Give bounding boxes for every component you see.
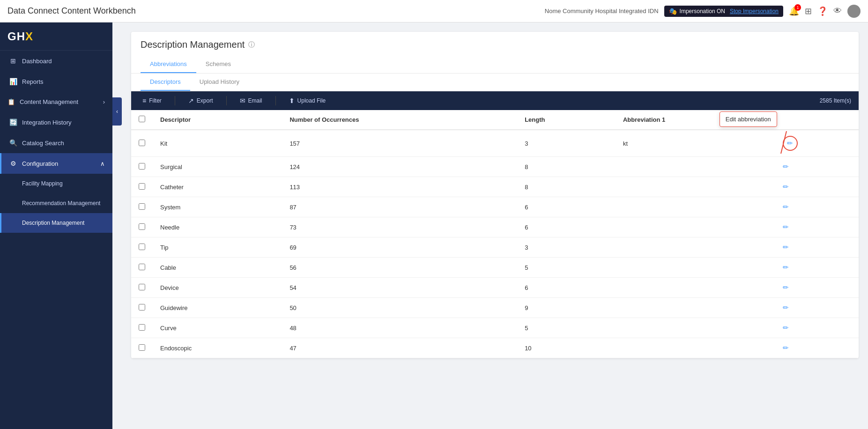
row-checkbox[interactable] <box>139 140 145 146</box>
cell-edit: ✏ <box>775 258 859 278</box>
cell-length: 10 <box>517 338 616 358</box>
page-card: Description Management ⓘ Abbreviations S… <box>131 32 859 358</box>
sub-tab-upload-history[interactable]: Upload History <box>190 74 249 91</box>
avatar[interactable] <box>847 5 861 18</box>
facility-name: Nome Community Hospital Integrated IDN <box>545 7 659 15</box>
select-all-checkbox[interactable] <box>139 116 145 122</box>
cell-abbreviation <box>616 318 775 338</box>
cell-edit: ✏ <box>775 177 859 197</box>
row-checkbox[interactable] <box>139 183 145 190</box>
table-row: Cable565✏ <box>131 258 859 278</box>
cell-edit: ✏ <box>775 157 859 177</box>
cell-edit: ✏ <box>775 318 859 338</box>
table-wrapper: Descriptor Number of Occurrences Length … <box>131 110 859 358</box>
sidebar-item-dashboard[interactable]: ⊞ Dashboard <box>0 51 112 71</box>
main-content: Description Management ⓘ Abbreviations S… <box>122 22 868 429</box>
edit-abbreviation-button[interactable]: ✏ <box>783 263 789 272</box>
edit-abbreviation-button[interactable]: ✏ <box>783 324 789 332</box>
edit-abbreviation-button[interactable]: ✏ <box>783 344 789 352</box>
cell-descriptor: Needle <box>153 217 282 237</box>
cell-length: 5 <box>517 318 616 338</box>
cell-occurrences: 47 <box>282 338 517 358</box>
chevron-up-icon: ∧ <box>100 160 105 167</box>
tab-abbreviations[interactable]: Abbreviations <box>141 56 196 73</box>
mask2-icon[interactable]: 👁 <box>833 6 842 16</box>
cell-edit: ✏ <box>775 237 859 258</box>
cell-descriptor: Cable <box>153 258 282 278</box>
row-checkbox[interactable] <box>139 324 145 331</box>
cell-occurrences: 124 <box>282 157 517 177</box>
row-checkbox[interactable] <box>139 284 145 290</box>
cell-abbreviation <box>616 177 775 197</box>
sidebar-item-recommendation-mgmt[interactable]: Recommendation Management <box>0 193 112 213</box>
sidebar-item-facility-mapping[interactable]: Facility Mapping <box>0 174 112 193</box>
sidebar-item-integration-history[interactable]: 🔄 Integration History <box>0 112 112 133</box>
row-checkbox[interactable] <box>139 304 145 311</box>
help-icon[interactable]: ❓ <box>817 6 828 16</box>
edit-abbreviation-button[interactable]: ✏ <box>783 243 789 251</box>
sidebar-collapse-toggle[interactable]: ‹ <box>112 97 122 126</box>
divider-1 <box>175 96 175 105</box>
email-button[interactable]: ✉ Email <box>236 95 266 106</box>
edit-callout-wrapper: Edit abbreviation✏ <box>783 136 798 151</box>
grid-icon[interactable]: ⊞ <box>805 6 812 16</box>
table-row: Surgical1248✏ <box>131 157 859 177</box>
edit-abbreviation-button[interactable]: ✏ <box>783 203 789 211</box>
sub-tab-descriptors[interactable]: Descriptors <box>141 74 190 91</box>
row-checkbox[interactable] <box>139 223 145 230</box>
sidebar-item-reports[interactable]: 📊 Reports <box>0 71 112 92</box>
sidebar-item-content-management[interactable]: 📋 Content Management › <box>0 92 112 112</box>
impersonation-badge: 🎭 Impersonation ON Stop Impersonation <box>664 6 783 17</box>
sidebar-label-content-mgmt: Content Management <box>20 98 78 105</box>
row-checkbox[interactable] <box>139 203 145 210</box>
export-button[interactable]: ↗ Export <box>185 95 217 106</box>
tab-schemes[interactable]: Schemes <box>196 56 240 73</box>
stop-impersonation-link[interactable]: Stop Impersonation <box>730 8 779 15</box>
notification-wrapper[interactable]: 🔔 1 <box>789 6 799 16</box>
page-card-header: Description Management ⓘ Abbreviations S… <box>131 32 859 74</box>
row-checkbox[interactable] <box>139 264 145 270</box>
cell-abbreviation <box>616 298 775 318</box>
sidebar-sub-menu: Facility Mapping Recommendation Manageme… <box>0 174 112 233</box>
table-row: Catheter1138✏ <box>131 177 859 197</box>
email-icon: ✉ <box>240 97 245 104</box>
header-left: Data Connect Content Workbench <box>7 6 136 16</box>
cell-occurrences: 157 <box>282 130 517 157</box>
sidebar-item-configuration[interactable]: ⚙ Configuration ∧ <box>0 153 112 174</box>
app-title: Data Connect Content Workbench <box>7 6 136 16</box>
edit-abbreviation-button[interactable]: ✏ <box>783 283 789 292</box>
cell-occurrences: 48 <box>282 318 517 338</box>
svg-line-0 <box>781 131 786 154</box>
cell-occurrences: 87 <box>282 197 517 217</box>
impersonation-label: Impersonation ON <box>680 8 725 15</box>
sidebar-label-reports: Reports <box>22 78 44 85</box>
cell-descriptor: Guidewire <box>153 298 282 318</box>
sidebar-label-description: Description Management <box>22 220 84 226</box>
cell-occurrences: 54 <box>282 278 517 298</box>
dashboard-icon: ⊞ <box>9 57 17 65</box>
sidebar-label-dashboard: Dashboard <box>22 58 52 65</box>
filter-button[interactable]: ≡ Filter <box>139 95 165 106</box>
edit-abbreviation-button[interactable]: ✏ <box>783 163 789 171</box>
row-checkbox[interactable] <box>139 244 145 250</box>
upload-button[interactable]: ⬆ Upload File <box>285 95 330 106</box>
callout-arrow-line <box>777 131 791 155</box>
row-checkbox[interactable] <box>139 163 145 170</box>
top-header: Data Connect Content Workbench Nome Comm… <box>0 0 868 22</box>
edit-abbreviation-button[interactable]: ✏ <box>783 223 789 231</box>
sidebar-item-catalog-search[interactable]: 🔍 Catalog Search <box>0 133 112 153</box>
edit-abbreviation-button[interactable]: ✏ <box>783 303 789 312</box>
config-icon: ⚙ <box>9 160 17 167</box>
cell-abbreviation <box>616 197 775 217</box>
sidebar-label-catalog: Catalog Search <box>22 140 64 147</box>
table-body: Kit1573ktEdit abbreviation✏Surgical1248✏… <box>131 130 859 358</box>
cell-abbreviation <box>616 278 775 298</box>
info-icon[interactable]: ⓘ <box>248 41 255 49</box>
cell-length: 8 <box>517 157 616 177</box>
sidebar-item-description-mgmt[interactable]: Description Management <box>0 213 112 233</box>
edit-abbreviation-button[interactable]: ✏ <box>783 183 789 191</box>
cell-abbreviation <box>616 237 775 258</box>
row-checkbox[interactable] <box>139 344 145 351</box>
cell-length: 6 <box>517 197 616 217</box>
table-row: Needle736✏ <box>131 217 859 237</box>
